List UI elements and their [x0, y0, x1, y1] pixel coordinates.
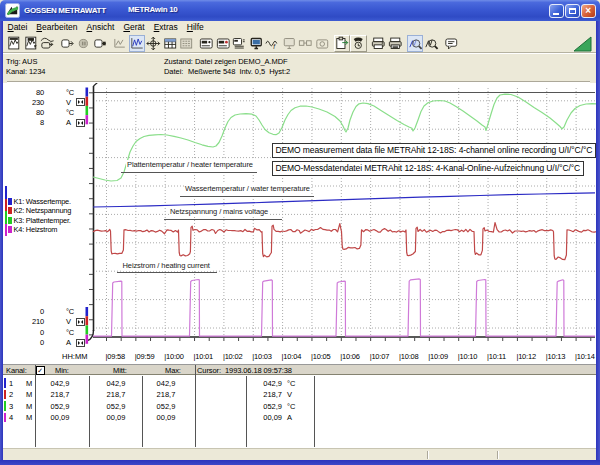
link-button — [297, 35, 314, 52]
instrument-icon — [199, 36, 214, 51]
file-curve-save-button[interactable] — [23, 35, 40, 52]
chart-area[interactable]: 80°C0°C230V210V80°C0°C8A0AK1: Wassertemp… — [0, 83, 600, 363]
close-icon: × — [585, 7, 591, 15]
scale-unit: °C — [66, 328, 74, 337]
menu-extras[interactable]: Extras — [149, 21, 182, 33]
scale-spinner-icon[interactable] — [76, 98, 85, 108]
time-tick-label: |10:09 — [428, 352, 448, 361]
legend-color-swatch — [8, 198, 12, 205]
annotation-underline — [164, 219, 283, 220]
cell-channel: 3 — [9, 402, 13, 411]
scale-spinner-icon[interactable] — [76, 339, 85, 349]
zoom-out-icon — [424, 36, 439, 51]
table-row-channel-2[interactable]: 2M218,7218,7218,7218,7V — [3, 389, 596, 401]
instrument-red-button[interactable] — [215, 35, 232, 52]
legend-colorbar — [5, 224, 8, 237]
separator — [7, 81, 590, 83]
monitor-button[interactable] — [248, 35, 265, 52]
table-view-button[interactable] — [162, 35, 179, 52]
cell-min: 042,9 — [40, 379, 80, 388]
time-tick-label: |10:05 — [311, 352, 331, 361]
table-row-channel-4[interactable]: 4M00,0900,0900,0900,09A — [3, 412, 596, 424]
instrument-red-icon — [216, 36, 231, 51]
menu-gert[interactable]: Gerät — [119, 21, 149, 33]
cell-mode: M — [26, 402, 32, 411]
cell-unit: V — [287, 390, 292, 399]
channel-color-bar — [4, 378, 7, 388]
instrument-button[interactable] — [198, 35, 215, 52]
zoom-out-button[interactable] — [423, 35, 440, 52]
minimize-button[interactable] — [549, 4, 564, 19]
statusbar-divider — [497, 451, 499, 459]
note-button[interactable] — [443, 35, 460, 52]
time-tick-label: |09:59 — [135, 352, 155, 361]
cell-cursor: 052,9 — [240, 402, 282, 411]
table-row-channel-3[interactable]: 3M052,9052,9052,9052,9°C — [3, 401, 596, 413]
trigger-button[interactable] — [350, 35, 367, 52]
file-curve-open-button[interactable] — [6, 35, 23, 52]
scale-max-k4: 8A — [0, 118, 90, 127]
chart-plot[interactable] — [0, 83, 600, 363]
cell-cursor: 042,9 — [240, 379, 282, 388]
scale-value: 80 — [13, 108, 44, 117]
scale-value: 0 — [13, 307, 44, 316]
cell-max: 052,9 — [146, 402, 186, 411]
menu-hilfe[interactable]: Hilfe — [182, 21, 208, 33]
cell-cursor: 00,09 — [240, 413, 282, 422]
cell-min: 218,7 — [40, 390, 80, 399]
clipboard-button[interactable] — [334, 35, 351, 52]
graph-view-button[interactable] — [129, 35, 146, 52]
maximize-button[interactable] — [565, 4, 580, 19]
cell-mode: M — [26, 413, 32, 422]
record-pause-icon — [77, 36, 92, 51]
zoom-in-button[interactable] — [407, 35, 424, 52]
export-curve-button[interactable] — [39, 35, 56, 52]
annotation-k3: Plattentemperatur / heater temperature — [126, 160, 254, 170]
time-tick-label: |10:12 — [516, 352, 536, 361]
toolbar: f — [3, 33, 596, 54]
annotation-k1: Wassertemperatur / water temperature — [184, 184, 311, 194]
cell-max: 042,9 — [146, 379, 186, 388]
sine-button[interactable]: f — [264, 35, 281, 52]
scale-value: 0 — [13, 338, 44, 347]
file-curve-save-icon — [24, 36, 39, 51]
scale-spinner-icon[interactable] — [76, 318, 85, 328]
menu-datei[interactable]: Datei — [3, 21, 32, 33]
divider — [195, 365, 196, 376]
record-stop-button[interactable] — [92, 35, 109, 52]
scale-min-k4: 0A — [0, 338, 90, 347]
record-start-button[interactable] — [59, 35, 76, 52]
window-border — [0, 460, 600, 465]
app-window: GOSSEN METRAWATT METRAwin 10 × DateiBear… — [0, 0, 600, 465]
table-checkbox[interactable]: ✓ — [36, 366, 45, 375]
legend-label: K3: Plattentemper. — [14, 216, 71, 225]
menu-ansicht[interactable]: Ansicht — [82, 21, 119, 33]
zoom-fit-button[interactable] — [145, 35, 162, 52]
status-label: Datei: — [164, 67, 183, 76]
printer-setup-button[interactable] — [387, 35, 404, 52]
divider — [35, 365, 36, 376]
record-stop-icon — [93, 36, 108, 51]
title-bar[interactable]: GOSSEN METRAWATT METRAwin 10 × — [0, 0, 600, 21]
zoom-fit-icon — [146, 36, 161, 51]
printer-button[interactable] — [370, 35, 387, 52]
close-button[interactable]: × — [581, 4, 596, 19]
instrument-list-button[interactable] — [231, 35, 248, 52]
cell-unit: A — [287, 413, 292, 422]
sine-icon: f — [265, 36, 280, 51]
channel-color-bar — [4, 390, 7, 400]
cursor-timestamp: 1993.06.18 09:57:38 — [225, 366, 292, 375]
note-icon — [444, 36, 459, 51]
scale-unit: A — [66, 338, 71, 347]
table-row-channel-1[interactable]: 1M042,9042,9042,9042,9°C — [3, 378, 596, 390]
series-k1 — [93, 193, 595, 207]
monitor-icon — [249, 36, 264, 51]
channel-color-bar — [4, 401, 7, 411]
time-tick-label: |10:10 — [458, 352, 478, 361]
cell-max: 00,09 — [146, 413, 186, 422]
window-title-app: METRAwin 10 — [128, 5, 177, 14]
menu-bearbeiten[interactable]: Bearbeiten — [32, 21, 82, 33]
col-max: Max: — [165, 366, 181, 375]
scale-min-k1: 0°C — [0, 307, 90, 316]
scale-spinner-icon[interactable] — [76, 119, 85, 129]
